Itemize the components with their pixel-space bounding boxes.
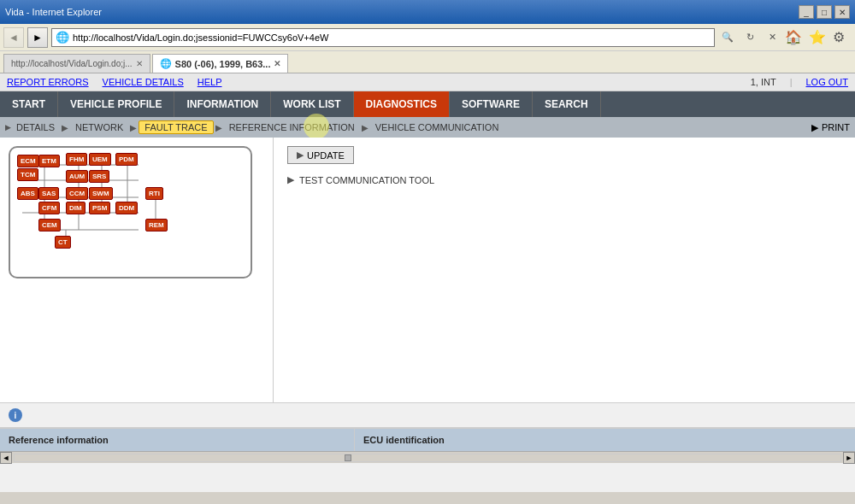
ecu-ddm[interactable]: DDM bbox=[115, 202, 138, 214]
maximize-button[interactable]: □ bbox=[817, 5, 832, 19]
help-link[interactable]: HELP bbox=[198, 77, 222, 87]
tab-vida-login[interactable]: http://localhost/Vida/Login.do;j... ✕ bbox=[3, 54, 150, 73]
sub-navigation: ▶ DETAILS ▶ NETWORK ▶ FAULT TRACE ▶ REFE… bbox=[0, 117, 855, 138]
horizontal-scrollbar: ◄ ► bbox=[0, 451, 855, 463]
ecu-fhm[interactable]: FHM bbox=[66, 153, 87, 166]
nav-work-list[interactable]: WORK LIST bbox=[271, 91, 353, 117]
tab-close-2[interactable]: ✕ bbox=[274, 59, 280, 68]
sub-nav-network[interactable]: NETWORK bbox=[70, 122, 128, 132]
favorites-icon[interactable]: ⭐ bbox=[809, 29, 826, 45]
window-controls: _ □ ✕ bbox=[799, 5, 850, 19]
nav-start[interactable]: START bbox=[0, 91, 58, 117]
network-diagram: ECM ETM TCM FHM UEM PDM AUM SRS CCM SWM … bbox=[0, 138, 274, 402]
ecu-sas[interactable]: SAS bbox=[38, 187, 59, 200]
separator: | bbox=[790, 77, 793, 87]
sub-nav-vehicle-comm[interactable]: VEHICLE COMMUNICATION bbox=[370, 122, 504, 132]
ecu-aum[interactable]: AUM bbox=[66, 170, 88, 183]
ie-icon: 🌐 bbox=[56, 31, 69, 44]
scroll-thumb[interactable] bbox=[345, 454, 351, 461]
update-arrow-icon: ▶ bbox=[297, 149, 304, 161]
nav-software[interactable]: SOFTWARE bbox=[450, 91, 533, 117]
info-section: i bbox=[0, 402, 855, 428]
settings-icon[interactable]: ⚙ bbox=[833, 29, 845, 45]
vehicle-details-link[interactable]: VEHICLE DETAILS bbox=[103, 77, 184, 87]
print-link[interactable]: ▶ PRINT bbox=[811, 122, 850, 133]
ecu-swm[interactable]: SWM bbox=[89, 187, 113, 200]
ecu-etm[interactable]: ETM bbox=[38, 155, 60, 167]
home-icon[interactable]: 🏠 bbox=[785, 29, 802, 45]
ecu-tcm[interactable]: TCM bbox=[17, 168, 38, 181]
sub-nav-separator-2: ▶ bbox=[130, 123, 137, 132]
ecu-uem[interactable]: UEM bbox=[89, 153, 111, 166]
nav-diagnostics[interactable]: DIAGNOSTICS bbox=[354, 91, 450, 117]
ecu-srs[interactable]: SRS bbox=[89, 170, 109, 183]
address-bar[interactable]: 🌐 bbox=[51, 28, 715, 47]
ecu-psm[interactable]: PSM bbox=[89, 202, 110, 214]
browser-title: Vida - Internet Explorer bbox=[5, 7, 102, 17]
ecu-cfm[interactable]: CFM bbox=[38, 202, 60, 214]
ecu-dim[interactable]: DIM bbox=[66, 202, 86, 214]
print-label: PRINT bbox=[822, 122, 850, 132]
report-errors-link[interactable]: REPORT ERRORS bbox=[7, 77, 89, 87]
right-panel: ▶ UPDATE ▶ TEST COMMUNICATION TOOL bbox=[274, 138, 855, 402]
update-button[interactable]: ▶ UPDATE bbox=[287, 146, 354, 164]
print-arrow: ▶ bbox=[811, 122, 818, 133]
scroll-track[interactable] bbox=[14, 454, 841, 462]
top-links-row: REPORT ERRORS VEHICLE DETAILS HELP 1, IN… bbox=[7, 75, 848, 89]
ecu-identification-panel: ECU identification bbox=[355, 429, 855, 451]
diagram-border: ECM ETM TCM FHM UEM PDM AUM SRS CCM SWM … bbox=[9, 146, 252, 278]
nav-search[interactable]: SEARCH bbox=[533, 91, 601, 117]
nav-spacer bbox=[601, 91, 855, 117]
sub-nav-arrow-1: ▶ bbox=[5, 123, 11, 132]
tab-s80[interactable]: 🌐 S80 (-06), 1999, B63... ✕ bbox=[152, 54, 289, 73]
search-nav-icon[interactable]: 🔍 bbox=[718, 28, 737, 47]
ecu-ecm[interactable]: ECM bbox=[17, 155, 39, 167]
user-info-label: 1, INT bbox=[751, 77, 776, 87]
nav-vehicle-profile[interactable]: VEHICLE PROFILE bbox=[58, 91, 174, 117]
test-communication-tool-link[interactable]: ▶ TEST COMMUNICATION TOOL bbox=[287, 171, 841, 189]
tab-label-2: S80 (-06), 1999, B63... bbox=[175, 59, 271, 69]
bottom-panels: Reference information ECU identification bbox=[0, 428, 855, 451]
logout-button[interactable]: LOG OUT bbox=[805, 77, 848, 87]
url-input[interactable] bbox=[73, 32, 711, 43]
ecu-rti[interactable]: RTI bbox=[145, 187, 163, 200]
test-comm-arrow-icon: ▶ bbox=[287, 174, 294, 185]
sub-nav-fault-trace[interactable]: FAULT TRACE bbox=[139, 120, 213, 134]
ecu-cem[interactable]: CEM bbox=[38, 219, 61, 231]
refresh-button[interactable]: ↻ bbox=[740, 28, 759, 47]
ecu-rem[interactable]: REM bbox=[145, 219, 168, 231]
info-icon: i bbox=[9, 408, 22, 422]
ecu-abs[interactable]: ABS bbox=[17, 187, 38, 200]
update-label: UPDATE bbox=[307, 150, 345, 161]
reference-information-panel: Reference information bbox=[0, 429, 355, 451]
scroll-left-button[interactable]: ◄ bbox=[0, 452, 12, 464]
close-window-button[interactable]: ✕ bbox=[834, 5, 850, 19]
app-content: REPORT ERRORS VEHICLE DETAILS HELP 1, IN… bbox=[0, 73, 855, 492]
ecu-ct[interactable]: CT bbox=[55, 236, 71, 249]
tab-close-1[interactable]: ✕ bbox=[136, 59, 143, 68]
ecu-pdm[interactable]: PDM bbox=[115, 153, 138, 166]
sub-nav-details[interactable]: DETAILS bbox=[11, 122, 60, 132]
sub-nav-separator-3: ▶ bbox=[215, 123, 222, 132]
main-navigation: START VEHICLE PROFILE INFORMATION WORK L… bbox=[0, 91, 855, 117]
test-comm-label: TEST COMMUNICATION TOOL bbox=[299, 175, 434, 185]
top-links-area: REPORT ERRORS VEHICLE DETAILS HELP 1, IN… bbox=[0, 73, 855, 91]
reference-info-title: Reference information bbox=[9, 435, 109, 445]
main-content-area: ECM ETM TCM FHM UEM PDM AUM SRS CCM SWM … bbox=[0, 138, 855, 402]
sub-nav-separator-1: ▶ bbox=[62, 123, 68, 132]
tab-label-1: http://localhost/Vida/Login.do;j... bbox=[11, 59, 133, 68]
tab-icon-s80: 🌐 bbox=[160, 58, 172, 69]
sub-nav-separator-4: ▶ bbox=[362, 123, 369, 132]
browser-title-bar: Vida - Internet Explorer _ □ ✕ bbox=[0, 0, 855, 24]
sub-nav-reference-info[interactable]: REFERENCE INFORMATION bbox=[224, 122, 360, 132]
forward-button[interactable]: ► bbox=[27, 27, 48, 48]
ecu-ccm[interactable]: CCM bbox=[66, 187, 88, 200]
browser-tabs-bar: http://localhost/Vida/Login.do;j... ✕ 🌐 … bbox=[0, 51, 855, 73]
toolbar-icons: 🏠 ⭐ ⚙ bbox=[785, 29, 852, 45]
scroll-right-button[interactable]: ► bbox=[843, 452, 855, 464]
back-button[interactable]: ◄ bbox=[3, 27, 24, 48]
ecu-identification-title: ECU identification bbox=[363, 435, 445, 445]
minimize-button[interactable]: _ bbox=[799, 5, 814, 19]
stop-button[interactable]: ✕ bbox=[763, 28, 781, 47]
nav-information[interactable]: INFORMATION bbox=[174, 91, 271, 117]
